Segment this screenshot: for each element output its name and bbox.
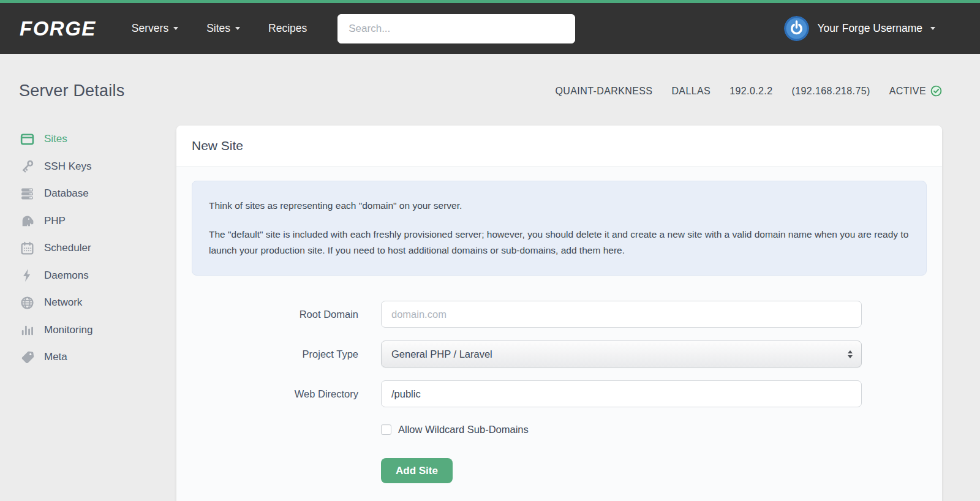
project-type-label: Project Type [192,348,381,360]
database-icon [19,186,36,202]
root-domain-label: Root Domain [192,309,381,320]
nav-item-servers[interactable]: Servers [132,22,178,35]
new-site-card: New Site Think of sites as representing … [176,126,942,501]
sidebar-item-database[interactable]: Database [19,180,176,208]
sidebar-item-label: Database [44,187,89,200]
elephant-icon [19,213,36,228]
sidebar-item-label: Network [44,296,82,309]
navbar: FORGE Servers Sites Recipes Your Forge U… [0,3,980,54]
select-arrows-icon [848,350,853,358]
sidebar-item-label: Scheduler [44,242,91,254]
server-ip: 192.0.2.2 [729,86,772,97]
chevron-down-icon [173,27,178,30]
sidebar-item-sites[interactable]: Sites [19,126,176,153]
status-label: ACTIVE [889,86,926,97]
sidebar-item-label: Meta [44,351,67,363]
sidebar-item-ssh-keys[interactable]: SSH Keys [19,153,176,181]
power-avatar-icon [784,16,809,41]
nav-item-recipes[interactable]: Recipes [268,22,307,35]
sidebar-item-monitoring[interactable]: Monitoring [19,317,176,344]
sidebar-item-meta[interactable]: Meta [19,344,176,371]
globe-icon [19,295,36,311]
page-content: Server Details QUAINT-DARKNESS DALLAS 19… [0,81,980,501]
sidebar-item-label: Daemons [44,269,89,282]
server-sidebar: Sites SSH Keys [19,126,176,371]
chevron-down-icon [930,27,935,30]
nav-item-label: Recipes [268,22,307,35]
bar-chart-icon [19,322,36,337]
key-icon [19,159,36,174]
nav-item-label: Servers [132,22,168,35]
sidebar-item-label: PHP [44,215,66,227]
server-name: QUAINT-DARKNESS [555,86,652,97]
new-site-form: Root Domain Project Type General PHP / L… [192,301,927,483]
nav-menu: Servers Sites Recipes [132,22,307,35]
sidebar-item-daemons[interactable]: Daemons [19,262,176,290]
search-input[interactable] [337,14,575,43]
calendar-icon [19,241,36,256]
card-title: New Site [176,126,942,167]
sidebar-item-scheduler[interactable]: Scheduler [19,235,176,262]
page-title: Server Details [19,81,124,100]
wildcard-checkbox-label: Allow Wildcard Sub-Domains [398,424,529,435]
username-label: Your Forge Username [817,22,922,35]
web-directory-input[interactable] [381,380,862,407]
web-directory-label: Web Directory [192,388,381,400]
root-domain-input[interactable] [381,301,862,328]
sidebar-item-php[interactable]: PHP [19,208,176,235]
server-meta: QUAINT-DARKNESS DALLAS 192.0.2.2 (192.16… [555,85,942,97]
project-type-value: General PHP / Laravel [391,348,492,360]
forge-logo[interactable]: FORGE [20,17,96,40]
sidebar-item-label: SSH Keys [44,160,91,173]
wildcard-checkbox[interactable] [381,424,391,435]
server-status: ACTIVE [889,85,942,97]
nav-item-label: Sites [206,22,230,35]
user-menu[interactable]: Your Forge Username [784,16,935,41]
alert-paragraph: The "default" site is included with each… [209,227,910,258]
chevron-down-icon [235,27,240,30]
sidebar-item-network[interactable]: Network [19,289,176,317]
info-alert: Think of sites as representing each "dom… [192,181,927,276]
page-head: Server Details QUAINT-DARKNESS DALLAS 19… [19,81,942,100]
check-circle-icon [930,85,942,97]
alert-paragraph: Think of sites as representing each "dom… [209,198,910,214]
server-private-ip: (192.168.218.75) [792,86,870,97]
sidebar-item-label: Monitoring [44,324,92,336]
server-region: DALLAS [671,86,710,97]
bolt-icon [19,268,36,283]
window-icon [19,132,36,147]
add-site-button[interactable]: Add Site [381,458,453,483]
tag-icon [19,350,36,365]
sidebar-item-label: Sites [44,133,67,145]
nav-item-sites[interactable]: Sites [206,22,240,35]
project-type-select[interactable]: General PHP / Laravel [381,341,862,367]
